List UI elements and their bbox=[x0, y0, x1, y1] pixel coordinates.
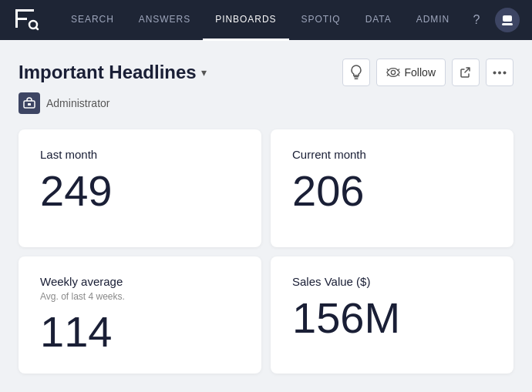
logo-text bbox=[12, 5, 40, 35]
share-button[interactable] bbox=[452, 59, 480, 86]
svg-rect-5 bbox=[503, 15, 512, 22]
card-last-month: Last month 249 bbox=[19, 129, 261, 247]
nav-item-search[interactable]: SEARCH bbox=[59, 1, 126, 41]
logo[interactable] bbox=[12, 5, 40, 35]
card-value-3: 156M bbox=[292, 294, 492, 342]
card-value-0: 249 bbox=[40, 167, 240, 215]
svg-line-4 bbox=[36, 28, 39, 30]
svg-point-11 bbox=[498, 71, 501, 74]
card-subtitle-2: Avg. of last 4 weeks. bbox=[40, 291, 240, 302]
nav-right: ? bbox=[464, 8, 520, 32]
card-value-1: 206 bbox=[292, 167, 492, 215]
page-title: Important Headlines bbox=[19, 62, 197, 83]
follow-button[interactable]: Follow bbox=[376, 59, 446, 86]
help-button[interactable]: ? bbox=[464, 8, 489, 32]
card-value-2: 114 bbox=[40, 308, 240, 356]
nav-items: SEARCH ANSWERS PINBOARDS SPOTIQ DATA ADM… bbox=[59, 1, 464, 40]
svg-point-9 bbox=[391, 70, 395, 74]
cards-grid: Last month 249 Current month 206 Weekly … bbox=[19, 129, 513, 374]
svg-rect-1 bbox=[15, 9, 34, 12]
card-current-month: Current month 206 bbox=[271, 129, 513, 247]
page-actions: Follow bbox=[342, 59, 513, 86]
title-dropdown-arrow[interactable]: ▾ bbox=[201, 66, 207, 79]
card-weekly-average: Weekly average Avg. of last 4 weeks. 114 bbox=[19, 256, 261, 374]
navbar: SEARCH ANSWERS PINBOARDS SPOTIQ DATA ADM… bbox=[0, 0, 532, 40]
nav-item-answers[interactable]: ANSWERS bbox=[126, 1, 203, 41]
nav-item-spotiq[interactable]: SPOTIQ bbox=[289, 1, 353, 41]
owner-row: Administrator bbox=[19, 92, 513, 114]
owner-icon bbox=[19, 92, 40, 114]
svg-rect-6 bbox=[502, 23, 513, 25]
svg-point-10 bbox=[493, 71, 497, 74]
svg-rect-2 bbox=[15, 18, 27, 20]
card-title-1: Current month bbox=[292, 148, 492, 161]
follow-label: Follow bbox=[405, 66, 436, 79]
svg-rect-14 bbox=[28, 103, 31, 106]
card-title-3: Sales Value ($) bbox=[292, 275, 492, 288]
nav-item-data[interactable]: DATA bbox=[353, 1, 404, 41]
svg-point-12 bbox=[503, 71, 507, 74]
nav-item-pinboards[interactable]: PINBOARDS bbox=[203, 1, 288, 41]
more-options-button[interactable] bbox=[486, 59, 513, 86]
svg-rect-8 bbox=[354, 79, 358, 80]
svg-rect-7 bbox=[353, 76, 358, 78]
lightbulb-button[interactable] bbox=[342, 59, 370, 86]
page-title-area: Important Headlines ▾ bbox=[19, 62, 207, 83]
nav-item-admin[interactable]: ADMIN bbox=[404, 1, 462, 41]
card-title-2: Weekly average bbox=[40, 275, 240, 288]
card-sales-value: Sales Value ($) 156M bbox=[271, 256, 513, 374]
page-header: Important Headlines ▾ Follow bbox=[19, 59, 513, 86]
owner-name: Administrator bbox=[46, 97, 109, 109]
user-avatar-button[interactable] bbox=[495, 8, 520, 32]
main-content: Important Headlines ▾ Follow bbox=[0, 40, 532, 389]
card-title-0: Last month bbox=[40, 148, 240, 161]
